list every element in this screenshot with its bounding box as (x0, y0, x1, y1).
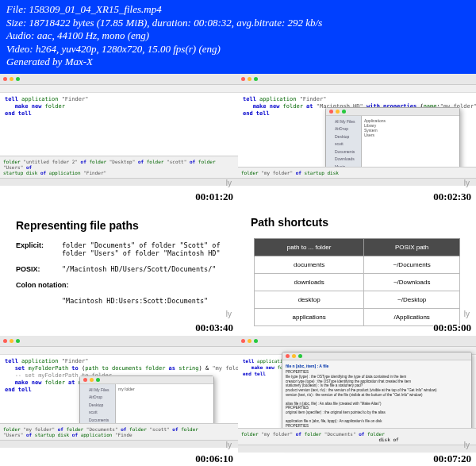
size-line: Size: 18718422 bytes (17.85 MiB), durati… (6, 17, 470, 29)
footer-bar (0, 440, 238, 448)
timestamp: 00:06:10 (195, 453, 233, 465)
footer-bar (238, 178, 476, 186)
generated-line: Generated by Max-X (6, 56, 470, 68)
menubar (238, 85, 476, 93)
result-bar: folder "untitled folder 2" of folder "De… (0, 156, 238, 178)
result-bar: folder "my folder" of folder "Documents"… (238, 428, 476, 445)
window-titlebar (0, 336, 238, 347)
media-info-header: File: 158309_01_04_XR15_files.mp4 Size: … (0, 0, 476, 74)
slide-title: Representing file paths (16, 219, 222, 232)
thumbnail-2[interactable]: tell application "Finder" make new folde… (238, 74, 476, 205)
timestamp: 00:07:20 (433, 453, 471, 465)
watermark: ly (464, 441, 470, 449)
slide-content: Path shortcuts path to ... folderPOSIX p… (238, 205, 476, 336)
slide-title: Path shortcuts (251, 216, 463, 229)
path-shortcuts-table: path to ... folderPOSIX path documents~/… (254, 238, 460, 326)
footer-bar (0, 178, 238, 186)
result-bar: folder "my folder" of folder "Documents"… (0, 423, 238, 440)
menubar (0, 347, 238, 355)
thumbnail-grid: tell application "Finder" make new folde… (0, 74, 476, 466)
watermark: ly (226, 179, 232, 187)
thumbnail-1[interactable]: tell application "Finder" make new folde… (0, 74, 238, 205)
watermark: ly (226, 441, 232, 449)
watermark: ly (464, 179, 470, 187)
timestamp: 00:02:30 (433, 191, 471, 203)
result-bar: folder "my folder" of startup disk (238, 167, 476, 178)
footer-bar (238, 445, 476, 453)
timestamp: 00:05:00 (433, 322, 471, 334)
timestamp: 00:01:20 (195, 191, 233, 203)
window-titlebar (238, 74, 476, 85)
thumbnail-4[interactable]: Path shortcuts path to ... folderPOSIX p… (238, 205, 476, 336)
code-area: tell application "Finder" make new folde… (0, 93, 238, 121)
window-titlebar (0, 74, 238, 85)
timestamp: 00:03:40 (195, 322, 233, 334)
window-titlebar (238, 336, 476, 347)
slide-content: Representing file paths Explicit:folder … (0, 205, 238, 321)
thumbnail-6[interactable]: tell application make new fol end tell f… (238, 336, 476, 466)
thumbnail-5[interactable]: tell application "Finder" set myFolderPa… (0, 336, 238, 466)
watermark: ly (464, 310, 470, 318)
file-line: File: 158309_01_04_XR15_files.mp4 (6, 3, 470, 16)
menubar (0, 85, 238, 93)
video-line: Video: h264, yuv420p, 1280x720, 15.00 fp… (6, 43, 470, 56)
thumbnail-3[interactable]: Representing file paths Explicit:folder … (0, 205, 238, 336)
watermark: ly (226, 310, 232, 318)
audio-line: Audio: aac, 44100 Hz, mono (eng) (6, 29, 470, 42)
